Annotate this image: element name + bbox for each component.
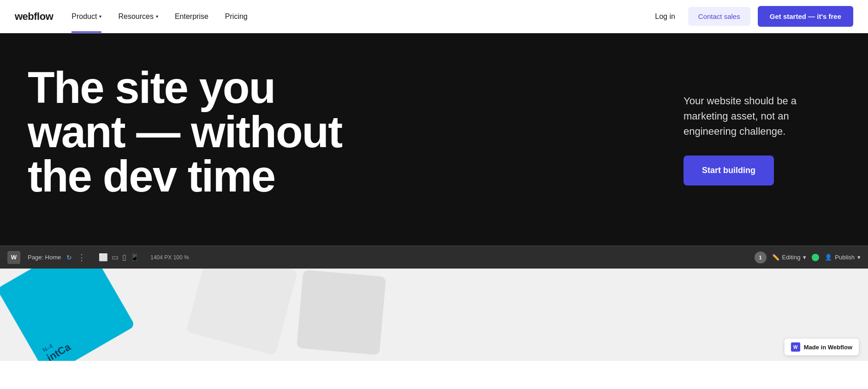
hero-subtext: Your website should be a marketing asset… <box>684 93 840 139</box>
editor-size-label: 1404 PX 100 % <box>150 254 189 261</box>
nav-right: Log in Contact sales Get started — it's … <box>649 6 853 27</box>
made-in-webflow-badge[interactable]: W Made in Webflow <box>785 339 859 355</box>
get-started-button[interactable]: Get started — it's free <box>758 6 853 27</box>
webflow-badge-logo: W <box>791 342 800 352</box>
editor-webflow-logo: W <box>7 251 20 264</box>
editor-bar: W Page: Home ↻ ⋮ ⬜ ▭ ▯ 📱 1404 PX 100 % 1… <box>0 245 868 269</box>
editor-page-label: Page: Home <box>28 254 61 261</box>
navbar: webflow Product ▾ Resources ▾ Enterprise… <box>0 0 868 33</box>
user-icon: 👤 <box>825 254 832 261</box>
nav-product-label: Product <box>71 12 97 21</box>
editor-user-avatar: 1 <box>755 251 767 263</box>
chevron-down-icon: ▾ <box>857 254 861 261</box>
editing-button[interactable]: ✏️ Editing ▾ <box>772 254 807 261</box>
nav-link-resources[interactable]: Resources ▾ <box>118 12 158 21</box>
login-button[interactable]: Log in <box>649 9 681 24</box>
publish-label: Publish <box>835 254 855 261</box>
mobile-viewport-icon[interactable]: 📱 <box>130 253 139 262</box>
publish-button[interactable]: 👤 Publish ▾ <box>825 254 861 261</box>
nav-link-enterprise[interactable]: Enterprise <box>175 12 208 21</box>
nav-pricing-label: Pricing <box>225 12 248 21</box>
nav-link-pricing[interactable]: Pricing <box>225 12 248 21</box>
preview-area: N-4 intCa W Made in Webflow <box>0 269 868 361</box>
status-dot-icon <box>812 254 819 261</box>
tablet-portrait-viewport-icon[interactable]: ▯ <box>122 253 126 262</box>
hero-section: The site you want — without the dev time… <box>0 33 868 245</box>
tablet-landscape-viewport-icon[interactable]: ▭ <box>112 253 119 262</box>
card-blue: N-4 intCa <box>0 269 135 361</box>
chevron-down-icon: ▾ <box>803 254 806 261</box>
made-in-webflow-label: Made in Webflow <box>804 344 852 351</box>
hero-headline: The site you want — without the dev time <box>28 66 364 198</box>
nav-links: Product ▾ Resources ▾ Enterprise Pricing <box>71 12 649 21</box>
hero-left: The site you want — without the dev time <box>28 66 647 198</box>
editor-dots-menu[interactable]: ⋮ <box>77 252 86 263</box>
editing-label: Editing <box>782 254 801 261</box>
editor-right-controls: 1 ✏️ Editing ▾ 👤 Publish ▾ <box>755 251 861 263</box>
card-white-2 <box>297 269 386 355</box>
contact-sales-button[interactable]: Contact sales <box>688 7 750 26</box>
desktop-viewport-icon[interactable]: ⬜ <box>99 253 108 262</box>
start-building-button[interactable]: Start building <box>684 156 774 186</box>
hero-right: Your website should be a marketing asset… <box>684 66 840 186</box>
card-white <box>186 269 297 356</box>
pencil-icon: ✏️ <box>772 254 779 261</box>
chevron-down-icon: ▾ <box>156 14 158 19</box>
nav-resources-label: Resources <box>118 12 153 21</box>
chevron-down-icon: ▾ <box>99 14 101 19</box>
nav-enterprise-label: Enterprise <box>175 12 208 21</box>
refresh-icon[interactable]: ↻ <box>66 254 72 261</box>
nav-link-product[interactable]: Product ▾ <box>71 12 101 21</box>
viewport-icons: ⬜ ▭ ▯ 📱 <box>99 253 139 262</box>
site-logo[interactable]: webflow <box>15 11 53 23</box>
